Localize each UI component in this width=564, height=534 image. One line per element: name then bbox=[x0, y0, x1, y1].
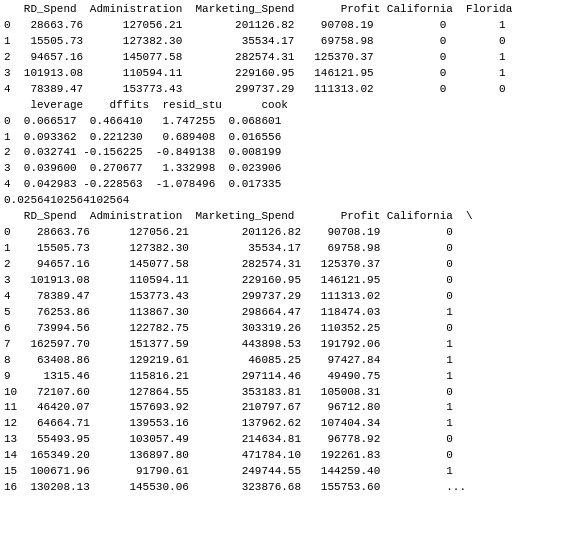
main-content: RD_Spend Administration Marketing_Spend … bbox=[0, 0, 564, 498]
